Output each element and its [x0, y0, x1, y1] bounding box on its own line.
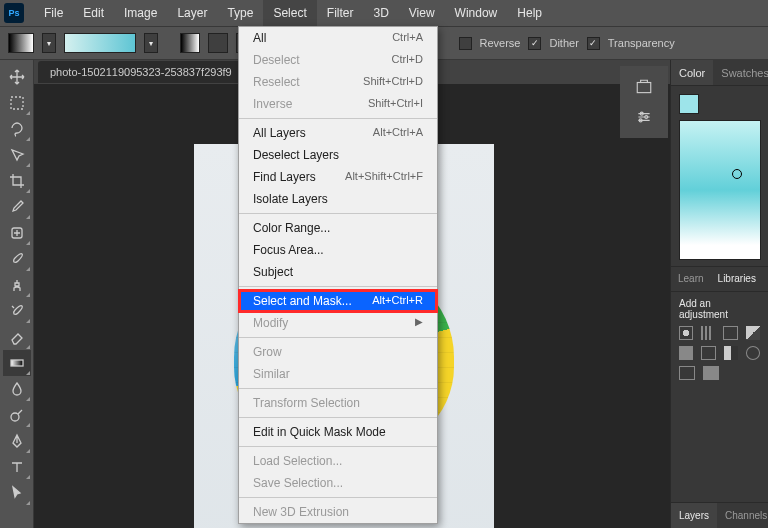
menu-select[interactable]: Select [263, 0, 316, 26]
type-tool[interactable] [3, 454, 31, 480]
tool-preset-swatch[interactable] [8, 33, 34, 53]
menu-item-color-range[interactable]: Color Range... [239, 217, 437, 239]
menu-separator [239, 337, 437, 338]
marquee-tool[interactable] [3, 90, 31, 116]
tab-swatches[interactable]: Swatches [713, 60, 768, 85]
menu-file[interactable]: File [34, 0, 73, 26]
menu-item-load-selection: Load Selection... [239, 450, 437, 472]
color-panel [671, 86, 768, 266]
menu-view[interactable]: View [399, 0, 445, 26]
svg-rect-4 [637, 83, 651, 93]
menu-item-inverse: InverseShift+Ctrl+I [239, 93, 437, 115]
move-tool[interactable] [3, 64, 31, 90]
document-tab[interactable]: photo-1502119095323-253837f293f9 [38, 61, 244, 83]
menu-window[interactable]: Window [445, 0, 508, 26]
tab-learn[interactable]: Learn [671, 267, 711, 291]
menubar: Ps File Edit Image Layer Type Select Fil… [0, 0, 768, 26]
menu-item-focus-area[interactable]: Focus Area... [239, 239, 437, 261]
gradient-preview[interactable] [64, 33, 136, 53]
tab-color[interactable]: Color [671, 60, 713, 85]
menu-image[interactable]: Image [114, 0, 167, 26]
menu-item-select-and-mask[interactable]: Select and Mask...Alt+Ctrl+R [239, 290, 437, 312]
reverse-label: Reverse [480, 37, 521, 49]
menu-item-isolate-layers[interactable]: Isolate Layers [239, 188, 437, 210]
menu-separator [239, 446, 437, 447]
clone-tool[interactable] [3, 272, 31, 298]
collapsed-panel-dock [620, 66, 668, 138]
dither-label: Dither [549, 37, 578, 49]
menu-help[interactable]: Help [507, 0, 552, 26]
menu-edit[interactable]: Edit [73, 0, 114, 26]
history-brush-tool[interactable] [3, 298, 31, 324]
vibrance-icon[interactable] [679, 346, 693, 360]
levels-icon[interactable] [701, 326, 715, 340]
reverse-checkbox[interactable] [459, 37, 472, 50]
menu-separator [239, 213, 437, 214]
select-menu-dropdown: AllCtrl+ADeselectCtrl+DReselectShift+Ctr… [238, 26, 438, 524]
channel-mixer-icon[interactable] [679, 366, 695, 380]
tool-preset-dropdown[interactable]: ▾ [42, 33, 56, 53]
gradient-radial-icon[interactable] [208, 33, 228, 53]
tab-libraries[interactable]: Libraries [711, 267, 763, 291]
menu-item-new-3d-extrusion: New 3D Extrusion [239, 501, 437, 523]
curves-icon[interactable] [723, 326, 737, 340]
gradient-linear-icon[interactable] [180, 33, 200, 53]
menu-item-deselect-layers[interactable]: Deselect Layers [239, 144, 437, 166]
dodge-tool[interactable] [3, 402, 31, 428]
exposure-icon[interactable] [746, 326, 760, 340]
pen-tool[interactable] [3, 428, 31, 454]
app-logo: Ps [4, 3, 24, 23]
menu-filter[interactable]: Filter [317, 0, 364, 26]
properties-panel-icon[interactable] [633, 106, 655, 128]
menu-separator [239, 497, 437, 498]
menu-item-grow: Grow [239, 341, 437, 363]
history-panel-icon[interactable] [633, 76, 655, 98]
menu-separator [239, 118, 437, 119]
foreground-color-swatch[interactable] [679, 94, 699, 114]
menu-item-find-layers[interactable]: Find LayersAlt+Shift+Ctrl+F [239, 166, 437, 188]
eyedropper-tool[interactable] [3, 194, 31, 220]
dither-checkbox[interactable] [528, 37, 541, 50]
path-select-tool[interactable] [3, 480, 31, 506]
tab-layers[interactable]: Layers [671, 503, 717, 528]
gradient-tool[interactable] [3, 350, 31, 376]
menu-item-modify: Modify▶ [239, 312, 437, 334]
healing-tool[interactable] [3, 220, 31, 246]
menu-layer[interactable]: Layer [167, 0, 217, 26]
brightness-icon[interactable] [679, 326, 693, 340]
svg-point-3 [11, 413, 19, 421]
eraser-tool[interactable] [3, 324, 31, 350]
blur-tool[interactable] [3, 376, 31, 402]
menu-3d[interactable]: 3D [363, 0, 398, 26]
color-picker-cursor-icon [732, 169, 742, 179]
svg-rect-0 [11, 97, 23, 109]
transparency-checkbox[interactable] [587, 37, 600, 50]
crop-tool[interactable] [3, 168, 31, 194]
lasso-tool[interactable] [3, 116, 31, 142]
color-picker-field[interactable] [679, 120, 761, 260]
right-panels: Color Swatches Learn Libraries Add an ad… [670, 60, 768, 528]
menu-item-save-selection: Save Selection... [239, 472, 437, 494]
transparency-label: Transparency [608, 37, 675, 49]
menu-item-all-layers[interactable]: All LayersAlt+Ctrl+A [239, 122, 437, 144]
left-toolbar [0, 60, 34, 528]
quick-select-tool[interactable] [3, 142, 31, 168]
menu-item-edit-in-quick-mask-mode[interactable]: Edit in Quick Mask Mode [239, 421, 437, 443]
menu-item-transform-selection: Transform Selection [239, 392, 437, 414]
menu-type[interactable]: Type [217, 0, 263, 26]
menu-item-subject[interactable]: Subject [239, 261, 437, 283]
svg-rect-2 [11, 360, 23, 366]
menu-separator [239, 286, 437, 287]
tab-channels[interactable]: Channels [717, 503, 768, 528]
menu-item-all[interactable]: AllCtrl+A [239, 27, 437, 49]
menu-item-deselect: DeselectCtrl+D [239, 49, 437, 71]
bw-icon[interactable] [724, 346, 738, 360]
gradient-dropdown[interactable]: ▾ [144, 33, 158, 53]
photo-filter-icon[interactable] [746, 346, 760, 360]
adjustments-label: Add an adjustment [679, 298, 760, 320]
hue-icon[interactable] [701, 346, 715, 360]
brush-tool[interactable] [3, 246, 31, 272]
menu-item-reselect: ReselectShift+Ctrl+D [239, 71, 437, 93]
menu-item-similar: Similar [239, 363, 437, 385]
color-lookup-icon[interactable] [703, 366, 719, 380]
